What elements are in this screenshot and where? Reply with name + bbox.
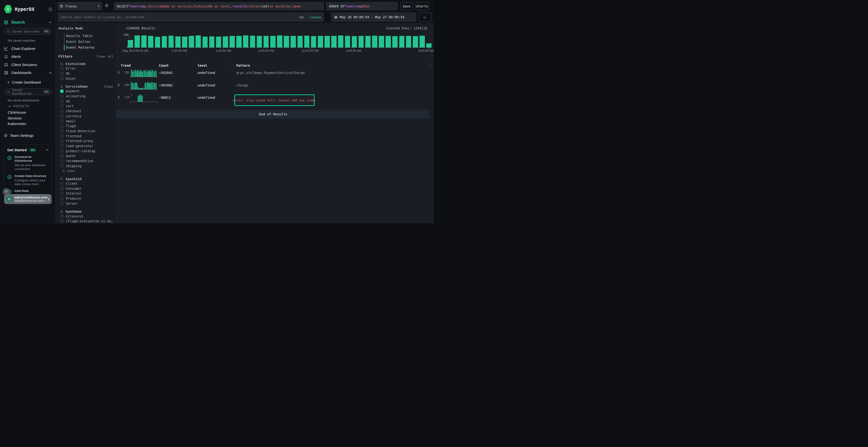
filter-group-clear-link[interactable]: Clear [104, 85, 114, 89]
histogram-bar[interactable] [189, 36, 194, 47]
show-less-toggle[interactable]: Less [56, 168, 116, 173]
filter-option-load-generator[interactable]: load-generator [56, 143, 116, 148]
column-drag-handle-icon[interactable]: ⋮ [153, 63, 156, 67]
source-select[interactable]: Traces [58, 2, 102, 10]
histogram-bar[interactable] [162, 36, 167, 47]
checkbox-unchecked[interactable] [60, 109, 64, 113]
source-settings-gear-icon[interactable]: ⚙ [105, 3, 108, 8]
histogram-bar[interactable] [257, 36, 262, 47]
get-started-header[interactable]: Get Started 3/3 [7, 148, 49, 152]
run-query-button[interactable]: ▷ [419, 12, 431, 22]
checkbox-unchecked[interactable] [60, 159, 64, 163]
filter-option-ad[interactable]: ad [56, 99, 116, 104]
histogram-bar[interactable] [420, 36, 425, 47]
presets-toggle[interactable]: PRESETS [8, 105, 29, 108]
highlighted-pattern-cell[interactable]: Error: Visa cache full: cannot add new i… [235, 94, 315, 106]
filter-option-accounting[interactable]: accounting [56, 94, 116, 99]
sidebar-item-alerts[interactable]: Alerts [0, 53, 56, 61]
checkbox-checked[interactable]: ✓ [60, 89, 64, 93]
checkbox-unchecked[interactable] [60, 129, 64, 133]
histogram-bar[interactable] [264, 36, 269, 47]
filter-option-unset[interactable]: Unset [56, 76, 116, 81]
preset-kubernetes[interactable]: Kubernetes [8, 122, 26, 126]
histogram-bar[interactable] [298, 36, 303, 47]
checkbox-unchecked[interactable] [60, 124, 64, 128]
pattern-row[interactable]: ❯22K~98813undefinedError: Visa cache ful… [117, 94, 434, 105]
column-drag-handle-icon[interactable]: ⋮ [192, 63, 195, 67]
checkbox-unchecked[interactable] [60, 94, 64, 98]
filter-option-producer[interactable]: Producer [56, 196, 116, 201]
histogram-bar[interactable] [365, 36, 371, 47]
lucene-toggle[interactable]: Lucene [310, 15, 321, 19]
histogram-bar[interactable] [236, 36, 242, 47]
checkbox-unchecked[interactable] [60, 77, 64, 80]
checkbox-unchecked[interactable] [60, 202, 64, 205]
filter-option-consumer[interactable]: Consumer [56, 186, 116, 191]
save-button[interactable]: Save [400, 2, 413, 10]
histogram-bar[interactable] [406, 36, 411, 47]
alerts-button[interactable]: Alerts [415, 2, 429, 10]
histogram-bar[interactable] [345, 36, 350, 47]
filter-option-quote[interactable]: quote [56, 153, 116, 159]
histogram-bar[interactable] [277, 35, 282, 47]
get-started-item[interactable]: Connect to ClickHouseSet up your databas… [7, 155, 49, 171]
search-icon[interactable] [60, 177, 63, 180]
histogram-bar[interactable] [379, 36, 384, 47]
date-range-picker[interactable]: May 26 09:09:54 - May 27 09:09:54 [331, 12, 416, 22]
sidebar-item-search[interactable]: Search [0, 19, 56, 25]
filter-option-fraud-detection[interactable]: fraud-detection [56, 129, 116, 134]
column-header-level[interactable]: level [197, 64, 207, 67]
user-menu[interactable]: D dale@clickhouse.com dale@clickhouse.co… [4, 194, 52, 204]
filter-option-cart[interactable]: cart [56, 104, 116, 109]
checkbox-unchecked[interactable] [60, 154, 64, 158]
filter-option-product-catalog[interactable]: product-catalog [56, 148, 116, 153]
histogram-bar[interactable] [413, 36, 418, 47]
checkbox-unchecked[interactable] [60, 192, 64, 195]
preset-clickhouse[interactable]: ClickHouse [8, 110, 26, 114]
histogram-bar[interactable] [229, 36, 235, 47]
sidebar-item-client-sessions[interactable]: Client Sessions [0, 61, 56, 69]
histogram-bar[interactable] [399, 36, 405, 47]
histogram-bar[interactable] [203, 37, 208, 47]
results-histogram[interactable]: 28K 0 May 26 9:00:00 AM1:00:00 PM4:30:00… [117, 24, 434, 54]
sql-toggle[interactable]: SQL [299, 15, 305, 19]
help-button[interactable]: ? [3, 188, 9, 195]
search-input[interactable] [60, 15, 299, 19]
sidebar-item-team-settings[interactable]: ⚙ Team Settings [4, 133, 33, 139]
filter-option-client[interactable]: Client [56, 181, 116, 186]
histogram-bar[interactable] [359, 36, 364, 47]
histogram-bar[interactable] [243, 35, 248, 47]
histogram-bar[interactable] [155, 37, 160, 47]
sidebar-item-dashboards[interactable]: Dashboards [0, 69, 56, 77]
filter-option-server[interactable]: Server [56, 201, 116, 206]
filter-option-internal[interactable]: Internal [56, 191, 116, 196]
checkbox-unchecked[interactable] [60, 99, 64, 103]
analysis-mode-event-deltas[interactable]: Event Deltas [64, 39, 116, 44]
filter-option-frontend-proxy[interactable]: frontend-proxy [56, 138, 116, 143]
checkbox-unchecked[interactable] [60, 134, 64, 138]
histogram-bar[interactable] [372, 36, 377, 47]
checkbox-unchecked[interactable] [60, 104, 64, 108]
sidebar-item-chart-explorer[interactable]: Chart Explorer [0, 44, 56, 53]
checkbox-unchecked[interactable] [60, 72, 64, 75]
table-options-kebab-icon[interactable]: ⋮ [429, 63, 432, 67]
checkbox-unchecked[interactable] [60, 182, 64, 185]
filter-option-recommendation[interactable]: recommendation [56, 159, 116, 164]
checkbox-unchecked[interactable] [60, 139, 64, 143]
histogram-bar[interactable] [324, 36, 330, 47]
histogram-bar[interactable] [352, 36, 357, 47]
checkbox-unchecked[interactable] [60, 144, 64, 148]
histogram-bar[interactable] [175, 36, 181, 47]
histogram-bar[interactable] [134, 35, 140, 47]
checkbox-unchecked[interactable] [60, 164, 64, 168]
saved-searches-input[interactable]: Saved Searches ⌘K [4, 28, 52, 35]
column-header-pattern[interactable]: Pattern [236, 64, 250, 67]
search-icon[interactable] [60, 85, 63, 88]
row-expand-chevron-icon[interactable]: ❯ [117, 83, 120, 87]
histogram-bar[interactable] [426, 43, 432, 47]
get-started-item[interactable]: Create Data SourcesConfigure where your … [7, 174, 49, 186]
filter-option--closure-[interactable]: {closure} [56, 214, 116, 219]
histogram-bar[interactable] [270, 36, 276, 47]
histogram-bar[interactable] [392, 36, 398, 47]
filter-option--flagd-evaluation-v1-se-[interactable]: /flagd.evaluation.v1.Se… [56, 219, 116, 224]
